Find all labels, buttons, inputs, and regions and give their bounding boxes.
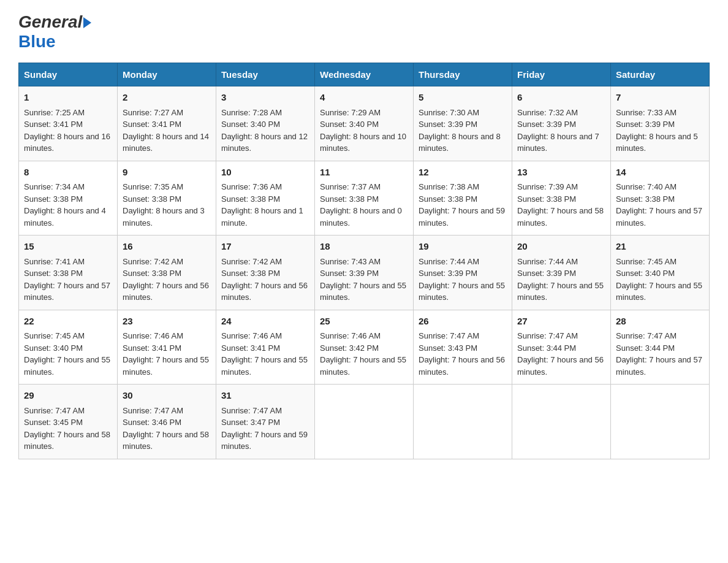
calendar-cell: 20Sunrise: 7:44 AMSunset: 3:39 PMDayligh… (512, 236, 611, 310)
day-info: Sunrise: 7:45 AMSunset: 3:40 PMDaylight:… (616, 257, 702, 302)
col-saturday: Saturday (611, 63, 710, 86)
day-info: Sunrise: 7:47 AMSunset: 3:45 PMDaylight:… (24, 406, 110, 451)
calendar-header-row: Sunday Monday Tuesday Wednesday Thursday… (19, 63, 710, 86)
calendar-cell: 14Sunrise: 7:40 AMSunset: 3:38 PMDayligh… (611, 161, 710, 236)
calendar-cell: 12Sunrise: 7:38 AMSunset: 3:38 PMDayligh… (414, 161, 512, 236)
day-number: 15 (24, 240, 112, 254)
day-number: 2 (123, 91, 211, 105)
day-number: 27 (517, 315, 605, 329)
day-info: Sunrise: 7:47 AMSunset: 3:47 PMDaylight:… (221, 406, 308, 451)
calendar-cell: 7Sunrise: 7:33 AMSunset: 3:39 PMDaylight… (611, 86, 710, 161)
day-info: Sunrise: 7:44 AMSunset: 3:39 PMDaylight:… (419, 257, 505, 302)
day-number: 28 (616, 315, 704, 329)
calendar-cell: 26Sunrise: 7:47 AMSunset: 3:43 PMDayligh… (414, 310, 512, 385)
day-info: Sunrise: 7:28 AMSunset: 3:40 PMDaylight:… (221, 108, 308, 153)
calendar-table: Sunday Monday Tuesday Wednesday Thursday… (18, 63, 710, 459)
day-number: 14 (616, 166, 704, 180)
calendar-week-row: 15Sunrise: 7:41 AMSunset: 3:38 PMDayligh… (19, 236, 710, 310)
day-number: 10 (221, 166, 309, 180)
col-tuesday: Tuesday (216, 63, 315, 86)
calendar-cell: 16Sunrise: 7:42 AMSunset: 3:38 PMDayligh… (118, 236, 216, 310)
calendar-cell: 13Sunrise: 7:39 AMSunset: 3:38 PMDayligh… (512, 161, 611, 236)
day-number: 6 (517, 91, 605, 105)
calendar-cell: 22Sunrise: 7:45 AMSunset: 3:40 PMDayligh… (19, 310, 118, 385)
day-info: Sunrise: 7:25 AMSunset: 3:41 PMDaylight:… (24, 108, 110, 153)
day-info: Sunrise: 7:37 AMSunset: 3:38 PMDaylight:… (320, 182, 402, 228)
col-monday: Monday (118, 63, 216, 86)
logo: General Blue (18, 12, 93, 52)
calendar-week-row: 29Sunrise: 7:47 AMSunset: 3:45 PMDayligh… (19, 385, 710, 459)
day-number: 1 (24, 91, 112, 105)
day-number: 17 (221, 240, 309, 254)
calendar-cell (611, 385, 710, 459)
day-number: 8 (24, 166, 112, 180)
calendar-cell: 3Sunrise: 7:28 AMSunset: 3:40 PMDaylight… (216, 86, 315, 161)
calendar-cell: 17Sunrise: 7:42 AMSunset: 3:38 PMDayligh… (216, 236, 315, 310)
day-info: Sunrise: 7:41 AMSunset: 3:38 PMDaylight:… (24, 257, 110, 302)
day-info: Sunrise: 7:42 AMSunset: 3:38 PMDaylight:… (221, 257, 308, 302)
logo-arrow-icon (83, 17, 91, 28)
calendar-cell: 24Sunrise: 7:46 AMSunset: 3:41 PMDayligh… (216, 310, 315, 385)
page-header: General Blue (18, 12, 710, 52)
day-number: 31 (221, 389, 309, 403)
col-thursday: Thursday (414, 63, 512, 86)
calendar-cell: 27Sunrise: 7:47 AMSunset: 3:44 PMDayligh… (512, 310, 611, 385)
calendar-cell (512, 385, 611, 459)
day-number: 11 (320, 166, 408, 180)
day-number: 18 (320, 240, 408, 254)
calendar-cell: 21Sunrise: 7:45 AMSunset: 3:40 PMDayligh… (611, 236, 710, 310)
day-number: 13 (517, 166, 605, 180)
day-info: Sunrise: 7:47 AMSunset: 3:46 PMDaylight:… (123, 406, 209, 451)
calendar-cell: 15Sunrise: 7:41 AMSunset: 3:38 PMDayligh… (19, 236, 118, 310)
calendar-cell: 18Sunrise: 7:43 AMSunset: 3:39 PMDayligh… (315, 236, 414, 310)
day-number: 20 (517, 240, 605, 254)
day-number: 26 (419, 315, 507, 329)
day-number: 4 (320, 91, 408, 105)
day-number: 25 (320, 315, 408, 329)
day-number: 19 (419, 240, 507, 254)
day-info: Sunrise: 7:44 AMSunset: 3:39 PMDaylight:… (517, 257, 604, 302)
calendar-cell: 11Sunrise: 7:37 AMSunset: 3:38 PMDayligh… (315, 161, 414, 236)
calendar-cell: 9Sunrise: 7:35 AMSunset: 3:38 PMDaylight… (118, 161, 216, 236)
calendar-week-row: 22Sunrise: 7:45 AMSunset: 3:40 PMDayligh… (19, 310, 710, 385)
day-number: 29 (24, 389, 112, 403)
calendar-cell: 31Sunrise: 7:47 AMSunset: 3:47 PMDayligh… (216, 385, 315, 459)
day-number: 12 (419, 166, 507, 180)
col-friday: Friday (512, 63, 611, 86)
day-number: 21 (616, 240, 704, 254)
day-info: Sunrise: 7:40 AMSunset: 3:38 PMDaylight:… (616, 182, 702, 228)
day-info: Sunrise: 7:35 AMSunset: 3:38 PMDaylight:… (123, 182, 205, 228)
day-number: 22 (24, 315, 112, 329)
day-number: 30 (123, 389, 211, 403)
day-info: Sunrise: 7:47 AMSunset: 3:44 PMDaylight:… (517, 331, 604, 377)
day-info: Sunrise: 7:33 AMSunset: 3:39 PMDaylight:… (616, 108, 698, 153)
calendar-cell: 30Sunrise: 7:47 AMSunset: 3:46 PMDayligh… (118, 385, 216, 459)
logo-general-text: General (18, 12, 82, 32)
calendar-week-row: 1Sunrise: 7:25 AMSunset: 3:41 PMDaylight… (19, 86, 710, 161)
day-info: Sunrise: 7:29 AMSunset: 3:40 PMDaylight:… (320, 108, 406, 153)
day-number: 16 (123, 240, 211, 254)
day-number: 5 (419, 91, 507, 105)
day-info: Sunrise: 7:38 AMSunset: 3:38 PMDaylight:… (419, 182, 505, 228)
day-number: 3 (221, 91, 309, 105)
col-wednesday: Wednesday (315, 63, 414, 86)
calendar-cell: 10Sunrise: 7:36 AMSunset: 3:38 PMDayligh… (216, 161, 315, 236)
day-info: Sunrise: 7:30 AMSunset: 3:39 PMDaylight:… (419, 108, 501, 153)
day-info: Sunrise: 7:46 AMSunset: 3:42 PMDaylight:… (320, 331, 406, 377)
calendar-cell: 23Sunrise: 7:46 AMSunset: 3:41 PMDayligh… (118, 310, 216, 385)
logo-blue-text: Blue (18, 32, 56, 51)
day-info: Sunrise: 7:42 AMSunset: 3:38 PMDaylight:… (123, 257, 209, 302)
day-number: 9 (123, 166, 211, 180)
calendar-week-row: 8Sunrise: 7:34 AMSunset: 3:38 PMDaylight… (19, 161, 710, 236)
day-info: Sunrise: 7:46 AMSunset: 3:41 PMDaylight:… (123, 331, 209, 377)
calendar-cell (315, 385, 414, 459)
day-info: Sunrise: 7:39 AMSunset: 3:38 PMDaylight:… (517, 182, 604, 228)
day-info: Sunrise: 7:45 AMSunset: 3:40 PMDaylight:… (24, 331, 110, 377)
calendar-cell: 19Sunrise: 7:44 AMSunset: 3:39 PMDayligh… (414, 236, 512, 310)
day-info: Sunrise: 7:43 AMSunset: 3:39 PMDaylight:… (320, 257, 406, 302)
calendar-cell: 4Sunrise: 7:29 AMSunset: 3:40 PMDaylight… (315, 86, 414, 161)
day-info: Sunrise: 7:32 AMSunset: 3:39 PMDaylight:… (517, 108, 599, 153)
calendar-cell: 28Sunrise: 7:47 AMSunset: 3:44 PMDayligh… (611, 310, 710, 385)
day-info: Sunrise: 7:47 AMSunset: 3:43 PMDaylight:… (419, 331, 505, 377)
col-sunday: Sunday (19, 63, 118, 86)
